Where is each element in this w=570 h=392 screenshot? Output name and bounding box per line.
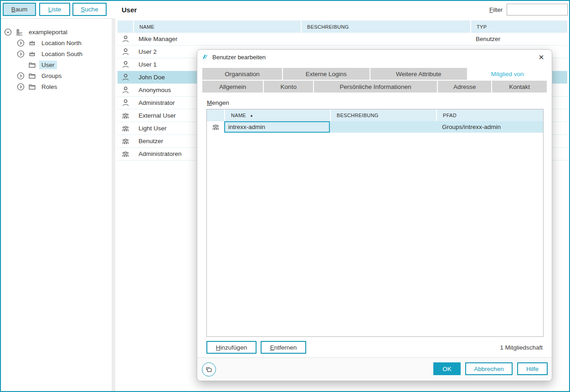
- tree-item-location-south[interactable]: Location South: [1, 48, 112, 59]
- name-column-header[interactable]: NAME▲: [224, 109, 330, 121]
- pin-front-icon: [205, 366, 213, 373]
- tree-item-exampleportal[interactable]: exampleportal: [1, 26, 112, 37]
- membership-row-selected[interactable]: intrexx-admin Groups/intrexx-admin: [207, 121, 543, 133]
- filter-label: Filter: [489, 6, 503, 13]
- list-view-button[interactable]: Liste: [39, 3, 70, 16]
- tab-organisation[interactable]: Organisation: [202, 68, 282, 80]
- dialog-footer: OK Abbrechen Hilfe: [197, 357, 552, 381]
- icon-column-header[interactable]: [118, 21, 133, 33]
- type-column-header[interactable]: TYP: [470, 21, 567, 33]
- tab-row-2: Allgemein Konto Persönliche Informatione…: [202, 81, 547, 93]
- portal-icon: [15, 28, 23, 36]
- close-icon[interactable]: ✕: [536, 52, 546, 62]
- membership-count: 1 Mitgliedschaft: [500, 344, 543, 351]
- dialog-title: Benutzer bearbeiten: [212, 54, 266, 61]
- dialog-titlebar: Benutzer bearbeiten ✕: [197, 50, 552, 64]
- user-table-header: NAME BESCHREIBUNG TYP: [118, 21, 567, 33]
- sort-asc-icon: ▲: [250, 113, 253, 118]
- chevron-right-circle-icon[interactable]: [17, 72, 25, 80]
- tab-konto[interactable]: Konto: [264, 81, 313, 93]
- group-icon: [122, 112, 129, 119]
- tree-item-location-north[interactable]: Location North: [1, 37, 112, 48]
- pin-dialog-button[interactable]: [202, 362, 216, 377]
- sets-section-label: Mengen: [207, 99, 229, 106]
- tree-item-user[interactable]: User: [1, 59, 112, 70]
- intrexx-logo-icon: [202, 54, 208, 60]
- app-window: Baum Liste Suche User Filter exampleport…: [0, 0, 570, 392]
- remove-button[interactable]: Entfernen: [261, 341, 306, 354]
- user-icon: [122, 86, 129, 94]
- group-icon: [212, 123, 220, 131]
- tab-row-1: Organisation Externe Logins Weitere Attr…: [202, 68, 547, 80]
- user-icon: [122, 99, 129, 107]
- membership-name-cell[interactable]: intrexx-admin: [224, 121, 330, 133]
- name-column-header[interactable]: NAME: [133, 21, 301, 33]
- path-column-header[interactable]: PFAD: [436, 109, 543, 121]
- search-view-button[interactable]: Suche: [72, 3, 107, 16]
- group-icon: [122, 150, 129, 158]
- tab-allgemein[interactable]: Allgemein: [202, 81, 263, 93]
- chevron-right-circle-icon[interactable]: [17, 39, 25, 47]
- user-icon: [122, 61, 129, 68]
- table-row[interactable]: Mike Manager Benutzer: [118, 33, 567, 46]
- tab-kontakt[interactable]: Kontakt: [492, 81, 547, 93]
- user-icon: [122, 48, 129, 56]
- tree-view-button[interactable]: Baum: [3, 3, 36, 16]
- edit-user-dialog: Benutzer bearbeiten ✕ Organisation Exter…: [197, 49, 552, 381]
- membership-table: NAME▲ BESCHREIBUNG PFAD intrexx-admin Gr…: [206, 109, 544, 337]
- tab-persoenliche-informationen[interactable]: Persönliche Informationen: [314, 81, 437, 93]
- chevron-right-circle-icon[interactable]: [17, 50, 25, 58]
- portal-tree-panel: exampleportal Location North Location So…: [1, 18, 112, 391]
- description-column-header[interactable]: BESCHREIBUNG: [301, 21, 470, 33]
- top-toolbar: Baum Liste Suche User Filter: [1, 1, 569, 18]
- folder-icon: [28, 61, 36, 69]
- tree-item-groups[interactable]: Groups: [1, 70, 112, 81]
- add-button[interactable]: Hinzufügen: [206, 341, 257, 354]
- ok-button[interactable]: OK: [433, 362, 461, 375]
- cancel-button[interactable]: Abbrechen: [465, 362, 513, 375]
- membership-table-header: NAME▲ BESCHREIBUNG PFAD: [207, 109, 543, 121]
- filter-input[interactable]: [507, 4, 568, 15]
- tab-adresse[interactable]: Adresse: [438, 81, 492, 93]
- organization-icon: [28, 50, 36, 58]
- organization-icon: [28, 39, 36, 47]
- help-button[interactable]: Hilfe: [517, 362, 548, 375]
- user-icon: [122, 73, 129, 81]
- folder-icon: [28, 72, 36, 80]
- tab-weitere-attribute[interactable]: Weitere Attribute: [370, 68, 467, 80]
- chevron-down-circle-icon[interactable]: [4, 28, 12, 36]
- chevron-right-circle-icon[interactable]: [17, 83, 25, 91]
- group-icon: [122, 137, 129, 145]
- icon-column-header[interactable]: [207, 109, 224, 121]
- user-icon: [122, 35, 129, 43]
- tab-mitglied-von[interactable]: Mitglied von: [468, 68, 547, 80]
- tree-item-roles[interactable]: Roles: [1, 81, 112, 92]
- folder-icon: [28, 83, 36, 91]
- description-column-header[interactable]: BESCHREIBUNG: [330, 109, 436, 121]
- tab-externe-logins[interactable]: Externe Logins: [283, 68, 370, 80]
- page-title: User: [122, 6, 137, 14]
- panel-divider: [112, 18, 115, 391]
- group-icon: [122, 124, 129, 132]
